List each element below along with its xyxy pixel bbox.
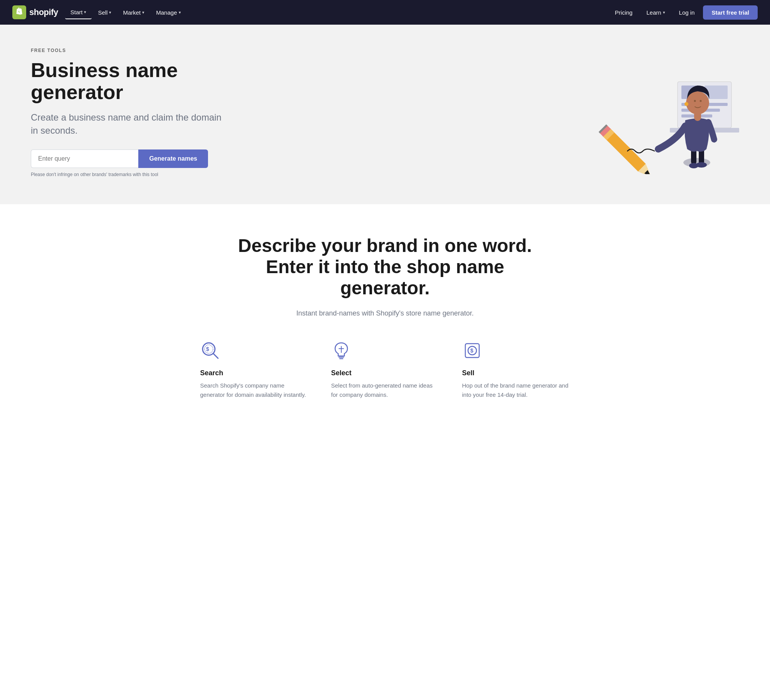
chevron-down-icon: ▾ — [142, 10, 144, 15]
feature-search: $ Search Search Shopify's company name g… — [200, 341, 308, 400]
feature-select-title: Select — [331, 369, 439, 377]
dollar-sign-icon: $ — [462, 341, 482, 361]
svg-line-25 — [213, 354, 218, 358]
svg-point-22 — [694, 100, 696, 102]
chevron-down-icon: ▾ — [663, 10, 665, 15]
feature-sell: $ Sell Hop out of the brand name generat… — [462, 341, 570, 400]
nav-item-market[interactable]: Market ▾ — [117, 6, 150, 19]
nav-learn-link[interactable]: Learn ▾ — [641, 6, 670, 19]
shopify-logo-icon — [12, 5, 26, 19]
chevron-down-icon: ▾ — [109, 10, 111, 15]
section-main-title: Describe your brand in one word. Enter i… — [220, 235, 551, 299]
svg-point-23 — [700, 100, 702, 102]
svg-point-21 — [684, 102, 688, 106]
nav-item-sell[interactable]: Sell ▾ — [92, 6, 117, 19]
query-input[interactable] — [31, 149, 138, 168]
nav-left: shopify Start ▾ Sell ▾ Market ▾ Manage ▾ — [12, 5, 186, 19]
feature-sell-title: Sell — [462, 369, 570, 377]
feature-select-desc: Select from auto-generated name ideas fo… — [331, 381, 439, 400]
svg-point-18 — [696, 162, 707, 168]
logo[interactable]: shopify — [12, 5, 58, 19]
feature-search-desc: Search Shopify's company name generator … — [200, 381, 308, 400]
search-icon: $ — [200, 341, 220, 361]
hero-title: Business name generator — [31, 59, 223, 103]
svg-text:$: $ — [206, 346, 209, 352]
generate-names-button[interactable]: Generate names — [138, 149, 208, 168]
nav-menu: Start ▾ Sell ▾ Market ▾ Manage ▾ — [65, 6, 186, 19]
hero-content: FREE TOOLS Business name generator Creat… — [31, 48, 223, 177]
hero-section: FREE TOOLS Business name generator Creat… — [0, 25, 770, 204]
nav-item-manage[interactable]: Manage ▾ — [151, 6, 186, 19]
nav-pricing-link[interactable]: Pricing — [609, 6, 638, 19]
svg-text:$: $ — [470, 347, 473, 354]
feature-search-title: Search — [200, 369, 308, 377]
logo-text: shopify — [29, 7, 58, 17]
hero-illustration — [577, 51, 739, 174]
section-subtitle: Instant brand-names with Shopify's store… — [15, 309, 755, 317]
features-row: $ Search Search Shopify's company name g… — [15, 341, 755, 430]
feature-sell-desc: Hop out of the brand name generator and … — [462, 381, 570, 400]
nav-login-link[interactable]: Log in — [674, 6, 700, 19]
lightbulb-icon — [331, 341, 351, 361]
navbar: shopify Start ▾ Sell ▾ Market ▾ Manage ▾… — [0, 0, 770, 25]
nav-item-start[interactable]: Start ▾ — [65, 6, 92, 19]
hero-form: Generate names — [31, 149, 208, 168]
describe-section: Describe your brand in one word. Enter i… — [0, 204, 770, 454]
hero-label: FREE TOOLS — [31, 48, 223, 53]
nav-right: Pricing Learn ▾ Log in Start free trial — [609, 5, 758, 20]
chevron-down-icon: ▾ — [179, 10, 181, 15]
chevron-down-icon: ▾ — [84, 10, 86, 15]
start-free-trial-button[interactable]: Start free trial — [703, 5, 758, 20]
illustration-svg — [577, 51, 739, 174]
hero-subtitle: Create a business name and claim the dom… — [31, 111, 223, 137]
feature-select: Select Select from auto-generated name i… — [331, 341, 439, 400]
hero-disclaimer: Please don't infringe on other brands' t… — [31, 172, 223, 177]
